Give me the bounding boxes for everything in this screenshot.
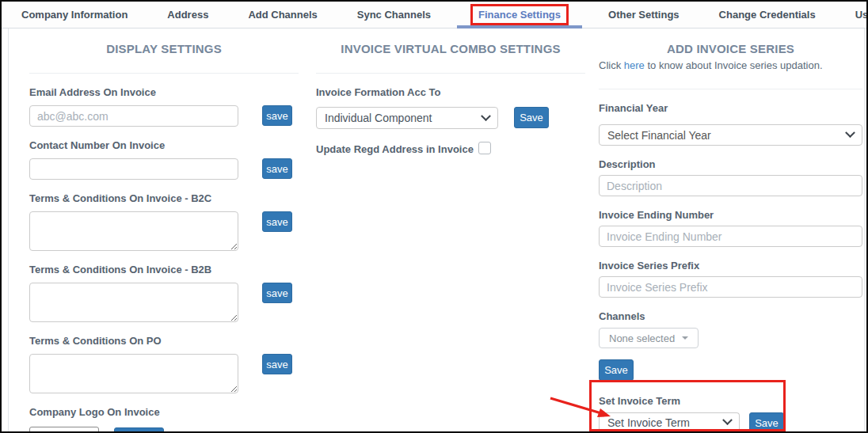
financial-year-value: Select Financial Year — [607, 129, 711, 142]
financial-year-label: Financial Year — [599, 101, 862, 115]
tab-company-information[interactable]: Company Information — [2, 2, 147, 28]
subtitle-text: Click — [599, 59, 624, 71]
tab-sync-channels[interactable]: Sync Channels — [337, 2, 451, 28]
channels-label: Channels — [599, 310, 862, 323]
here-link[interactable]: here — [624, 59, 645, 71]
contact-number-input[interactable] — [29, 158, 238, 180]
financial-year-select[interactable]: Select Financial Year — [599, 124, 862, 146]
save-email-button[interactable]: save — [262, 105, 292, 126]
contact-number-label: Contact Number On Invoice — [29, 139, 299, 152]
divider — [599, 89, 862, 89]
description-input[interactable] — [599, 175, 862, 196]
channels-value: None selected — [609, 332, 675, 344]
set-invoice-term-select[interactable]: Set Invoice Term — [599, 412, 740, 433]
terms-b2c-label: Terms & Conditions On Invoice - B2C — [29, 192, 299, 205]
tab-content-panel: DISPLAY SETTINGS Email Address On Invoic… — [8, 28, 865, 431]
description-label: Description — [599, 158, 862, 171]
chevron-down-icon — [722, 415, 733, 425]
display-settings-section: DISPLAY SETTINGS Email Address On Invoic… — [29, 28, 299, 433]
invoice-ending-number-input[interactable] — [599, 226, 862, 247]
channels-multiselect[interactable]: None selected — [599, 328, 699, 348]
subtitle-text: to know about Invoice series updation. — [645, 59, 823, 71]
invoice-series-prefix-input[interactable] — [599, 276, 862, 298]
invoice-combo-section: INVOICE VIRTUAL COMBO SETTINGS Invoice F… — [316, 28, 585, 155]
finance-settings-page: Company Information Address Add Channels… — [0, 0, 868, 433]
annotation-box-finance-tab: Finance Settings — [470, 4, 569, 25]
set-invoice-term-value: Set Invoice Term — [607, 416, 690, 429]
divider — [316, 73, 585, 74]
email-on-invoice-label: Email Address On Invoice — [29, 85, 299, 99]
chevron-down-icon — [481, 111, 491, 121]
add-invoice-series-section: ADD INVOICE SERIES Click here to know ab… — [599, 28, 862, 433]
terms-b2c-textarea[interactable] — [29, 211, 238, 251]
email-on-invoice-input[interactable] — [29, 105, 238, 127]
update-regd-address-label: Update Regd Address in Invoice — [316, 143, 474, 155]
invoice-formation-label: Invoice Formation Acc To — [316, 85, 585, 99]
save-contact-button[interactable]: save — [262, 158, 292, 179]
save-terms-po-button[interactable]: save — [262, 354, 292, 374]
tab-change-credentials[interactable]: Change Credentials — [699, 2, 836, 28]
save-invoice-series-button[interactable]: Save — [599, 359, 634, 381]
terms-po-label: Terms & Conditions On PO — [29, 334, 299, 348]
terms-b2b-label: Terms & Conditions On Invoice - B2B — [29, 263, 299, 276]
company-logo-label: Company Logo On Invoice — [29, 405, 299, 419]
invoice-formation-value: Individual Component — [325, 112, 432, 124]
terms-b2b-textarea[interactable] — [29, 283, 238, 322]
save-terms-b2c-button[interactable]: save — [262, 211, 292, 232]
tab-other-settings[interactable]: Other Settings — [588, 2, 699, 28]
tab-add-channels[interactable]: Add Channels — [228, 2, 337, 28]
invoice-formation-select[interactable]: Individual Component — [316, 107, 498, 129]
invoice-combo-title: INVOICE VIRTUAL COMBO SETTINGS — [316, 42, 585, 56]
chevron-down-icon — [845, 127, 855, 138]
tab-users[interactable]: Users — [836, 2, 868, 28]
divider — [29, 73, 299, 74]
settings-tab-bar: Company Information Address Add Channels… — [2, 2, 866, 28]
display-settings-title: DISPLAY SETTINGS — [29, 42, 299, 56]
invoice-series-prefix-label: Invoice Series Prefix — [599, 259, 862, 272]
caret-down-icon — [682, 336, 688, 340]
save-formation-button[interactable]: Save — [514, 107, 549, 128]
upload-button[interactable]: Upload — [114, 427, 164, 433]
save-invoice-term-button[interactable]: Save — [749, 412, 784, 433]
tab-finance-settings[interactable]: Finance Settings — [451, 2, 588, 28]
terms-po-textarea[interactable] — [29, 354, 238, 393]
tab-address[interactable]: Address — [147, 2, 228, 28]
choose-file-button[interactable]: Choose file — [29, 427, 99, 433]
add-invoice-series-title: ADD INVOICE SERIES — [599, 42, 862, 56]
invoice-series-subtitle: Click here to know about Invoice series … — [599, 59, 862, 72]
invoice-ending-number-label: Invoice Ending Number — [599, 208, 862, 222]
set-invoice-term-label: Set Invoice Term — [599, 394, 862, 408]
update-regd-address-checkbox[interactable] — [478, 142, 491, 154]
save-terms-b2b-button[interactable]: save — [262, 283, 292, 303]
